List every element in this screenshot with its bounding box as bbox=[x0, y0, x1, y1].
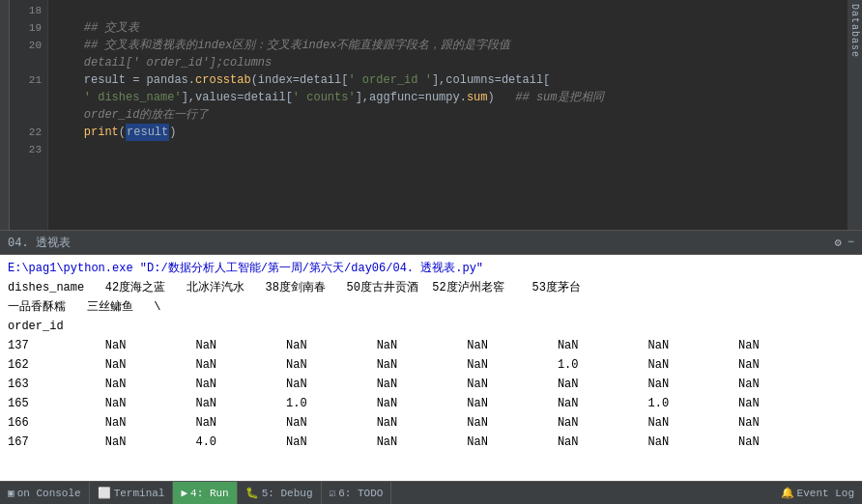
terminal-status-item[interactable]: ⬜ Terminal bbox=[90, 482, 174, 504]
row-166: 166 NaN NaN NaN NaN NaN NaN NaN NaN bbox=[8, 413, 760, 433]
row-137: 137 NaN NaN NaN NaN NaN NaN NaN NaN bbox=[8, 336, 760, 355]
todo-label: 6: TODO bbox=[338, 488, 383, 499]
code-line-19: ## 交叉表 bbox=[56, 19, 854, 37]
line-num-21: 21 bbox=[10, 71, 42, 89]
line-num-21c bbox=[10, 106, 42, 124]
console-row-167: 167 NaN 4.0 NaN NaN NaN NaN NaN NaN bbox=[8, 433, 854, 452]
row-167: 167 NaN 4.0 NaN NaN NaN NaN NaN NaN bbox=[8, 433, 760, 452]
console-header-line2: 一品香酥糯 三丝鳙鱼 \ bbox=[8, 297, 854, 317]
line-num-22: 22 bbox=[10, 124, 42, 141]
row-162: 162 NaN NaN NaN NaN NaN 1.0 NaN NaN bbox=[8, 355, 760, 375]
toolbar-icons: ⚙ − bbox=[835, 236, 854, 250]
line-numbers: 18 19 20 21 22 23 bbox=[10, 0, 48, 230]
todo-icon: ☑ bbox=[330, 487, 336, 499]
code-line-21c: order_id的放在一行了 bbox=[56, 106, 854, 124]
code-content[interactable]: ## 交叉表 ## 交叉表和透视表的index区别：交叉表index不能直接跟字… bbox=[48, 0, 862, 230]
notification-icon: 🔔 bbox=[781, 487, 794, 499]
console-row-137: 137 NaN NaN NaN NaN NaN NaN NaN NaN bbox=[8, 336, 854, 355]
code-line-18 bbox=[56, 2, 854, 19]
debug-icon: 🐛 bbox=[245, 487, 259, 499]
row-165: 165 NaN NaN 1.0 NaN NaN NaN 1.0 NaN bbox=[8, 394, 760, 413]
minus-icon[interactable]: − bbox=[848, 236, 854, 249]
console-toolbar: 04. 透视表 ⚙ − bbox=[0, 230, 862, 255]
console-header2: 一品香酥糯 三丝鳙鱼 \ bbox=[8, 297, 160, 317]
code-section: 18 19 20 21 22 23 ## 交叉表 ## 交叉表和透视表的inde… bbox=[0, 0, 862, 230]
event-log-item[interactable]: 🔔 Event Log bbox=[773, 482, 862, 504]
debug-status-item[interactable]: 🐛 5: Debug bbox=[238, 482, 322, 504]
console-row-163: 163 NaN NaN NaN NaN NaN NaN NaN NaN bbox=[8, 375, 854, 394]
console-header-line1: dishes_name 42度海之蓝 北冰洋汽水 38度剑南春 50度古井贡酒 … bbox=[8, 278, 854, 297]
line-num-20: 20 bbox=[10, 37, 42, 54]
console-section[interactable]: E:\pag1\python.exe "D:/数据分析人工智能/第一周/第六天/… bbox=[0, 255, 862, 481]
console-path: E:\pag1\python.exe "D:/数据分析人工智能/第一周/第六天/… bbox=[8, 259, 483, 278]
console-section-title: 04. 透视表 bbox=[8, 235, 71, 251]
code-line-20b: detail[' order_id'];columns bbox=[56, 54, 854, 71]
settings-icon[interactable]: ⚙ bbox=[835, 236, 842, 250]
line-num-23: 23 bbox=[10, 141, 42, 158]
code-line-21: result = pandas.crosstab(index=detail[' … bbox=[56, 71, 854, 89]
code-line-21b: ' dishes_name'],values=detail[' counts']… bbox=[56, 89, 854, 106]
line-num-19: 19 bbox=[10, 19, 42, 37]
line-num-20b bbox=[10, 54, 42, 71]
left-sidebar bbox=[0, 0, 10, 230]
console-path-line: E:\pag1\python.exe "D:/数据分析人工智能/第一周/第六天/… bbox=[8, 259, 854, 278]
run-icon: ▶ bbox=[181, 487, 187, 499]
debug-label: 5: Debug bbox=[262, 488, 313, 499]
editor-container: 18 19 20 21 22 23 ## 交叉表 ## 交叉表和透视表的inde… bbox=[0, 0, 862, 504]
console-status-label: on Console bbox=[17, 488, 81, 499]
line-num-18: 18 bbox=[10, 2, 42, 19]
console-header1: dishes_name 42度海之蓝 北冰洋汽水 38度剑南春 50度古井贡酒 … bbox=[8, 278, 581, 297]
order-id-label: order_id bbox=[8, 317, 64, 336]
database-label: Database bbox=[849, 4, 860, 58]
line-num-21b bbox=[10, 89, 42, 106]
console-row-166: 166 NaN NaN NaN NaN NaN NaN NaN NaN bbox=[8, 413, 854, 433]
console-order-id-label: order_id bbox=[8, 317, 854, 336]
right-sidebar[interactable]: Database bbox=[848, 0, 862, 230]
code-line-22: print(result) bbox=[56, 124, 854, 141]
console-row-165: 165 NaN NaN 1.0 NaN NaN NaN 1.0 NaN bbox=[8, 394, 854, 413]
console-row-162: 162 NaN NaN NaN NaN NaN 1.0 NaN NaN bbox=[8, 355, 854, 375]
run-status-item[interactable]: ▶ 4: Run bbox=[173, 482, 237, 504]
todo-status-item[interactable]: ☑ 6: TODO bbox=[322, 482, 392, 504]
console-status-item[interactable]: ▣ on Console bbox=[0, 482, 90, 504]
console-icon: ▣ bbox=[8, 487, 14, 499]
row-163: 163 NaN NaN NaN NaN NaN NaN NaN NaN bbox=[8, 375, 760, 394]
event-log-label: Event Log bbox=[797, 488, 854, 499]
run-label: 4: Run bbox=[190, 488, 229, 499]
terminal-icon: ⬜ bbox=[98, 487, 111, 499]
terminal-label: Terminal bbox=[114, 488, 165, 499]
code-line-20: ## 交叉表和透视表的index区别：交叉表index不能直接跟字段名，跟的是字… bbox=[56, 37, 854, 54]
code-line-23 bbox=[56, 141, 854, 158]
status-bar: ▣ on Console ⬜ Terminal ▶ 4: Run 🐛 5: De… bbox=[0, 481, 862, 504]
